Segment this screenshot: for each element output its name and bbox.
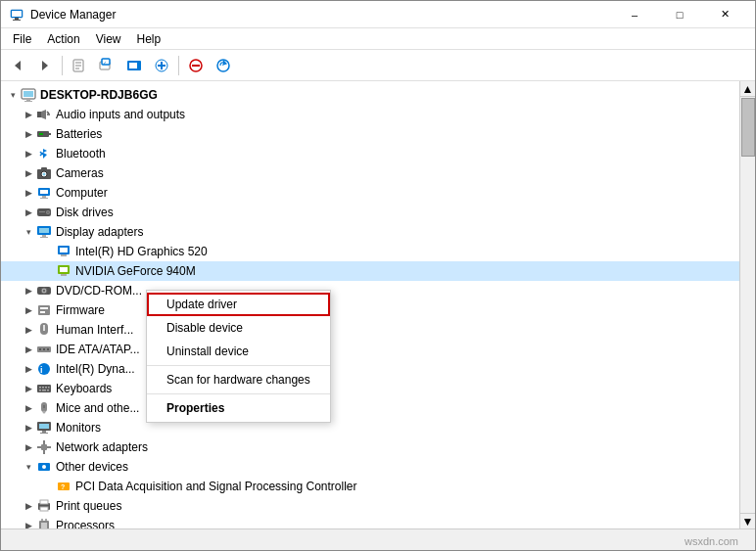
tree-item-processors[interactable]: ▶ Processors [1, 516, 739, 528]
tree-item-print[interactable]: ▶ Print queues [1, 496, 739, 516]
icon-monitors [36, 420, 52, 436]
context-menu-disable-label: Disable device [166, 321, 243, 335]
tree-item-other-label: Other devices [56, 460, 128, 474]
tree-item-firmware[interactable]: ▶ Firmware [1, 300, 739, 320]
toolbar-sep-1 [62, 56, 63, 75]
svg-rect-74 [45, 387, 47, 389]
icon-network [36, 439, 52, 455]
tree-item-cameras-label: Cameras [56, 166, 104, 180]
tree-item-monitors-label: Monitors [56, 421, 101, 435]
tree-item-ide[interactable]: ▶ IDE ATA/ATAP... [1, 340, 739, 359]
icon-intel-dyn: i [36, 361, 52, 377]
toolbar-scan[interactable]: ✓ [94, 53, 119, 78]
icon-keyboards [36, 381, 52, 396]
toolbar-back[interactable] [5, 53, 30, 78]
menu-help[interactable]: Help [129, 30, 169, 48]
svg-rect-14 [129, 63, 137, 69]
toolbar: ✓ [1, 50, 755, 81]
svg-rect-67 [43, 348, 45, 350]
toolbar-properties[interactable] [67, 53, 92, 78]
menu-file[interactable]: File [5, 30, 39, 48]
expand-icon-ide: ▶ [21, 342, 36, 357]
svg-rect-48 [42, 235, 46, 237]
svg-rect-83 [39, 424, 49, 429]
context-menu-uninstall-label: Uninstall device [166, 344, 249, 358]
tree-item-other[interactable]: ▾ Other devices [1, 457, 739, 477]
maximize-button[interactable]: □ [657, 1, 702, 28]
expand-icon-monitors: ▶ [21, 420, 36, 436]
tree-item-nvidia-gpu[interactable]: ▶ NVIDIA GeForce 940M [1, 261, 739, 281]
tree-item-display[interactable]: ▾ Display adapters [1, 222, 739, 242]
tree-item-computer[interactable]: ▶ Computer [1, 183, 739, 203]
tree-item-firmware-label: Firmware [56, 303, 105, 317]
context-menu-properties-label: Properties [166, 401, 224, 415]
svg-rect-23 [26, 99, 30, 101]
tree-item-audio[interactable]: ▶ Audio inputs and outputs [1, 105, 739, 124]
tree-root-label: DESKTOP-RDJB6GG [40, 88, 158, 102]
context-menu: Update driver Disable device Uninstall d… [146, 290, 331, 423]
tree-item-batteries[interactable]: ▶ Batteries [1, 124, 739, 144]
tree-item-mice[interactable]: ▶ Mice and othe... [1, 398, 739, 418]
tree-item-monitors[interactable]: ▶ Monitors [1, 418, 739, 437]
expand-icon-other: ▾ [21, 459, 36, 475]
tree-item-disk[interactable]: ▶ Disk drives [1, 203, 739, 222]
close-button[interactable]: ✕ [702, 1, 747, 28]
tree-item-network[interactable]: ▶ Network adapters [1, 437, 739, 457]
tree-item-hid[interactable]: ▶ Human Interf... [1, 320, 739, 340]
tree-view[interactable]: ▾ DESKTOP-RDJB6GG ▶ Audio inputs [1, 81, 739, 528]
status-bar [1, 528, 755, 550]
tree-item-keyboards-label: Keyboards [56, 382, 112, 395]
tree-item-bluetooth[interactable]: ▶ Bluetooth [1, 144, 739, 163]
toolbar-sep-2 [178, 56, 179, 75]
tree-root[interactable]: ▾ DESKTOP-RDJB6GG [1, 85, 739, 105]
scroll-down[interactable]: ▼ [740, 513, 755, 528]
svg-marker-26 [41, 110, 46, 119]
svg-rect-49 [40, 237, 48, 238]
expand-icon-print: ▶ [21, 498, 36, 514]
toolbar-forward[interactable] [32, 53, 58, 78]
context-menu-update-driver[interactable]: Update driver [147, 293, 330, 316]
scroll-up[interactable]: ▲ [740, 81, 755, 97]
tree-item-dvd[interactable]: ▶ DVD/CD-ROM... [1, 281, 739, 300]
tree-item-intel-gpu[interactable]: ▶ Intel(R) HD Graphics 520 [1, 242, 739, 261]
icon-display [36, 224, 52, 240]
expand-icon-firmware: ▶ [21, 302, 36, 318]
tree-item-pci[interactable]: ▶ ? PCI Data Acquisition and Signal Proc… [1, 477, 739, 496]
menu-view[interactable]: View [88, 30, 129, 48]
svg-rect-84 [42, 431, 46, 433]
icon-mice [36, 400, 52, 416]
context-menu-properties[interactable]: Properties [147, 396, 330, 420]
context-menu-update-driver-label: Update driver [166, 298, 237, 311]
svg-point-44 [47, 211, 49, 213]
context-menu-scan[interactable]: Scan for hardware changes [147, 368, 330, 391]
svg-rect-30 [49, 133, 51, 135]
app-icon [9, 7, 24, 23]
toolbar-update[interactable] [211, 53, 236, 78]
svg-text:?: ? [61, 483, 65, 490]
svg-point-58 [43, 290, 45, 292]
icon-processors [36, 518, 52, 528]
toolbar-show-hidden[interactable] [121, 53, 147, 78]
svg-rect-73 [42, 387, 44, 389]
tree-item-pci-label: PCI Data Acquisition and Signal Processi… [75, 480, 356, 493]
toolbar-disable[interactable] [183, 53, 209, 78]
expand-icon-batteries: ▶ [21, 126, 36, 142]
svg-rect-25 [37, 112, 41, 117]
menu-action[interactable]: Action [39, 30, 87, 48]
icon-other [36, 459, 52, 475]
tree-item-cameras[interactable]: ▶ Cameras [1, 163, 739, 183]
scroll-track [740, 158, 755, 513]
minimize-button[interactable]: – [612, 1, 657, 28]
svg-rect-76 [39, 390, 41, 391]
toolbar-add-driver[interactable] [149, 53, 174, 78]
context-menu-uninstall[interactable]: Uninstall device [147, 340, 330, 363]
context-menu-disable[interactable]: Disable device [147, 316, 330, 340]
tree-item-display-label: Display adapters [56, 225, 143, 239]
icon-disk [36, 205, 52, 220]
tree-item-keyboards[interactable]: ▶ Keyboards [1, 379, 739, 398]
tree-item-disk-label: Disk drives [56, 206, 114, 219]
tree-item-intel-gpu-label: Intel(R) HD Graphics 520 [75, 245, 208, 258]
tree-item-intel-dyn[interactable]: ▶ i Intel(R) Dyna... [1, 359, 739, 379]
scrollbar[interactable]: ▲ ▼ [739, 81, 755, 528]
scroll-thumb[interactable] [741, 98, 755, 157]
